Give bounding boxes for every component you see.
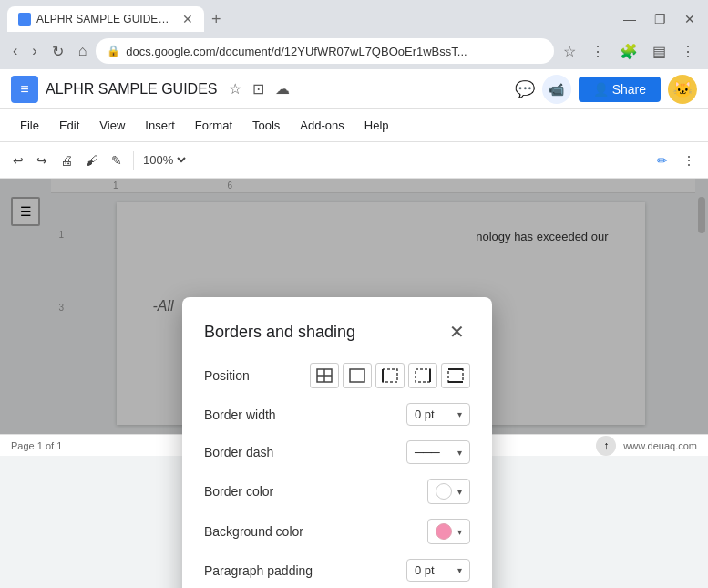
svg-rect-3 — [350, 369, 364, 382]
reload-btn[interactable]: ↻ — [46, 39, 69, 64]
address-bar: ‹ › ↻ ⌂ 🔒 docs.google.com/document/d/12Y… — [0, 33, 708, 69]
paragraph-padding-label: Paragraph padding — [204, 563, 313, 578]
paragraph-padding-row: Paragraph padding 0 pt ▾ — [204, 559, 470, 582]
pos-btn-4[interactable] — [408, 363, 437, 388]
back-btn[interactable]: ‹ — [7, 39, 23, 63]
border-width-arrow: ▾ — [457, 409, 462, 419]
watermark: www.deuaq.com — [623, 440, 697, 451]
bookmark-docs-btn[interactable]: ⊡ — [249, 77, 268, 101]
dialog-close-btn[interactable]: ✕ — [444, 319, 470, 345]
zoom-select[interactable]: 100% 75% 125% — [139, 152, 189, 168]
pos-btn-3[interactable] — [375, 363, 405, 388]
forward-btn[interactable]: › — [26, 39, 42, 63]
docs-header: ≡ ALPHR SAMPLE GUIDES ☆ ⊡ ☁ 💬 📹 👤 Share … — [0, 69, 708, 109]
redo-btn[interactable]: ↪ — [31, 150, 53, 171]
toolbar-divider-1 — [133, 151, 134, 170]
paragraph-padding-value: 0 pt — [415, 563, 435, 577]
cursor-btn[interactable]: ✎ — [106, 150, 128, 171]
border-color-swatch — [436, 483, 452, 500]
user-avatar[interactable]: 🐱 — [668, 75, 697, 104]
border-dash-arrow: ▾ — [457, 448, 462, 458]
border-color-arrow: ▾ — [457, 487, 462, 497]
svg-rect-4 — [383, 369, 397, 382]
position-label: Position — [204, 368, 250, 383]
background-color-btn[interactable]: ▾ — [427, 519, 470, 544]
docs-header-right: 💬 📹 👤 Share 🐱 — [515, 75, 697, 104]
position-group — [310, 363, 470, 388]
background-color-row: Background color ▾ — [204, 519, 470, 544]
pos-btn-1[interactable] — [310, 363, 339, 388]
close-btn[interactable]: ✕ — [679, 10, 701, 28]
paint-format-btn[interactable]: 🖌 — [80, 150, 104, 171]
lock-icon: 🔒 — [107, 45, 120, 57]
menu-file[interactable]: File — [11, 115, 48, 136]
menu-format[interactable]: Format — [186, 115, 241, 136]
border-color-label: Border color — [204, 484, 273, 499]
menu-edit[interactable]: Edit — [50, 115, 88, 136]
print-btn[interactable]: 🖨 — [55, 150, 78, 171]
border-width-value: 0 pt — [415, 407, 435, 421]
menu-help[interactable]: Help — [355, 115, 398, 136]
address-text: docs.google.com/document/d/12YUfWR07wL7Q… — [126, 45, 467, 58]
svg-rect-8 — [448, 369, 463, 382]
cloud-btn[interactable]: ☁ — [272, 77, 293, 101]
menu-view[interactable]: View — [90, 115, 134, 136]
bottom-right: ↑ www.deuaq.com — [596, 436, 697, 456]
pos-btn-2[interactable] — [343, 363, 372, 388]
history-btn[interactable]: ⋮ — [585, 39, 611, 64]
minimize-btn[interactable]: — — [618, 10, 641, 28]
border-color-btn[interactable]: ▾ — [427, 479, 470, 504]
window-controls: — ❐ ✕ — [618, 10, 701, 28]
position-row: Position — [204, 363, 470, 388]
undo-btn[interactable]: ↩ — [7, 150, 29, 171]
pen-btn[interactable]: ✏ — [652, 150, 673, 171]
maximize-btn[interactable]: ❐ — [649, 10, 672, 28]
share-label: Share — [612, 82, 646, 97]
extensions-btn[interactable]: 🧩 — [614, 39, 643, 64]
svg-rect-6 — [416, 369, 430, 382]
background-color-swatch — [436, 523, 452, 540]
border-dash-icon: ─── — [415, 445, 439, 459]
paragraph-padding-dropdown[interactable]: 0 pt ▾ — [406, 559, 470, 582]
menu-tools[interactable]: Tools — [243, 115, 289, 136]
docs-title: ALPHR SAMPLE GUIDES — [46, 81, 218, 98]
docs-header-icons: ☆ ⊡ ☁ — [225, 77, 293, 101]
page-info: Page 1 of 1 — [11, 440, 62, 451]
more-btn[interactable]: ⋮ — [677, 150, 701, 171]
docs-logo: ≡ — [11, 76, 38, 103]
border-dash-dropdown[interactable]: ─── ▾ — [406, 440, 470, 464]
share-button[interactable]: 👤 Share — [579, 77, 661, 102]
toolbar-right: ✏ ⋮ — [652, 150, 701, 171]
star-btn[interactable]: ☆ — [225, 77, 245, 101]
menu-btn[interactable]: ⋮ — [675, 39, 701, 64]
border-dash-row: Border dash ─── ▾ — [204, 440, 470, 464]
docs-toolbar: ↩ ↪ 🖨 🖌 ✎ 100% 75% 125% ✏ ⋮ — [0, 142, 708, 179]
video-btn[interactable]: 📹 — [542, 75, 571, 104]
docs-app: ≡ ALPHR SAMPLE GUIDES ☆ ⊡ ☁ 💬 📹 👤 Share … — [0, 69, 708, 456]
border-color-row: Border color ▾ — [204, 479, 470, 504]
bookmark-btn[interactable]: ☆ — [558, 39, 581, 64]
address-input[interactable]: 🔒 docs.google.com/document/d/12YUfWR07wL… — [96, 38, 554, 64]
docs-content-area: 1 6 ☰ 1 3 nology has exceeded our — [0, 179, 708, 434]
borders-shading-dialog: Borders and shading ✕ Position — [182, 297, 492, 588]
border-width-row: Border width 0 pt ▾ — [204, 403, 470, 426]
new-tab-button[interactable]: + — [204, 10, 229, 29]
scroll-to-top-btn[interactable]: ↑ — [596, 436, 616, 456]
home-btn[interactable]: ⌂ — [73, 39, 93, 63]
sidebar-toggle-btn[interactable]: ▤ — [647, 39, 672, 64]
border-width-dropdown[interactable]: 0 pt ▾ — [406, 403, 470, 426]
docs-menu: File Edit View Insert Format Tools Add-o… — [0, 109, 708, 142]
tab-close-btn[interactable]: ✕ — [182, 12, 193, 26]
address-actions: ☆ ⋮ 🧩 ▤ ⋮ — [558, 39, 701, 64]
tab-title: ALPHR SAMPLE GUIDES - Googl... — [36, 13, 173, 26]
menu-addons[interactable]: Add-ons — [291, 115, 353, 136]
active-tab[interactable]: ALPHR SAMPLE GUIDES - Googl... ✕ — [7, 6, 204, 32]
share-icon: 👤 — [593, 82, 609, 97]
background-color-arrow: ▾ — [457, 527, 462, 537]
video-icon: 📹 — [549, 82, 564, 97]
pos-btn-5[interactable] — [441, 363, 470, 388]
comments-btn[interactable]: 💬 — [515, 79, 535, 99]
menu-insert[interactable]: Insert — [136, 115, 184, 136]
browser-chrome: ALPHR SAMPLE GUIDES - Googl... ✕ + — ❐ ✕… — [0, 0, 708, 69]
paragraph-padding-arrow: ▾ — [457, 565, 462, 575]
